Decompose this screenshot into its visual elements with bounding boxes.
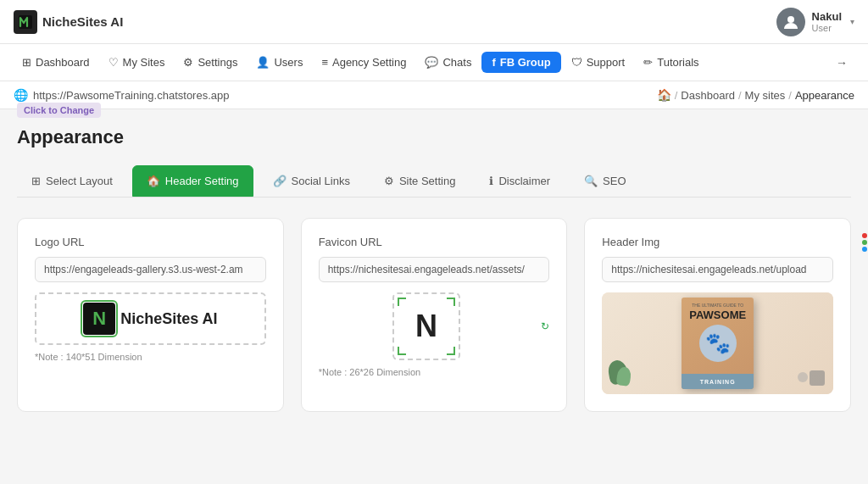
scroll-dot-green: [862, 240, 867, 245]
site-url[interactable]: 🌐 https://PawsomeTraining.chatstores.app: [14, 88, 229, 102]
logo-url-input[interactable]: [35, 257, 266, 282]
user-icon: 👤: [256, 56, 270, 69]
nav-label-fb-group: FB Group: [500, 56, 551, 69]
chevron-down-icon: ▾: [850, 17, 854, 26]
nav-item-chats[interactable]: 💬 Chats: [416, 51, 480, 74]
favicon-letter: N: [415, 309, 437, 344]
deco-plant2: [616, 366, 632, 387]
grid-icon: ⊞: [22, 56, 31, 69]
breadcrumb-dashboard[interactable]: Dashboard: [681, 89, 735, 102]
globe-icon: 🌐: [14, 88, 28, 102]
facebook-icon: f: [492, 56, 495, 69]
search-icon: 🔍: [584, 175, 598, 187]
avatar: [776, 8, 805, 36]
logo-icon: [14, 10, 37, 34]
sliders-icon: ≡: [321, 56, 328, 69]
paw-emoji: 🐾: [705, 331, 731, 355]
paw-circle: 🐾: [699, 325, 737, 362]
logo-note: *Note : 140*51 Dimension: [35, 352, 266, 362]
nav-item-agency-setting[interactable]: ≡ Agency Setting: [313, 51, 415, 74]
header-img-bg: THE ULTIMATE GUIDE TO PAWSOME 🐾 TRAINING: [602, 292, 833, 394]
logo-n-box: N: [83, 303, 115, 335]
breadcrumb-my-sites[interactable]: My sites: [745, 89, 786, 102]
layout-icon: ⊞: [31, 175, 41, 187]
tab-header-setting[interactable]: 🏠 Header Setting: [132, 165, 253, 197]
favicon-preview-row: N ↻: [319, 292, 550, 360]
app-name: NicheSites AI: [42, 14, 123, 29]
breadcrumb: 🏠 / Dashboard / My sites / Appearance: [657, 88, 854, 102]
favicon-card-title: Favicon URL: [319, 236, 550, 248]
logo-url-card: Logo URL N NicheSites AI *Note : 140*51 …: [17, 218, 284, 412]
nav-item-users[interactable]: 👤 Users: [248, 51, 311, 74]
nav-label-tutorials: Tutorials: [657, 56, 698, 69]
nav-item-support[interactable]: 🛡 Support: [563, 51, 634, 74]
logo-text: NicheSites AI: [120, 310, 217, 328]
nav-item-my-sites[interactable]: ♡ My Sites: [100, 51, 174, 74]
corner-tr: [447, 298, 455, 306]
tab-label-disclaimer: Disclaimer: [498, 175, 550, 187]
scroll-dot-red: [862, 233, 867, 238]
url-text: https://PawsomeTraining.chatstores.app: [33, 89, 229, 102]
tab-label-social-links: Social Links: [292, 175, 350, 187]
nav-item-tutorials[interactable]: ✏ Tutorials: [635, 51, 707, 74]
page-title: Appearance: [17, 126, 124, 147]
deco-obj2: [798, 372, 808, 382]
header-img-url-input[interactable]: [602, 257, 833, 282]
nav-label-chats: Chats: [442, 56, 471, 69]
logo-n-letter: N: [92, 308, 106, 330]
user-info: Nakul User: [812, 10, 842, 33]
header-img-preview-area: THE ULTIMATE GUIDE TO PAWSOME 🐾 TRAINING: [602, 292, 833, 394]
favicon-note: *Note : 26*26 Dimension: [319, 367, 550, 377]
corner-tl: [398, 298, 406, 306]
tab-disclaimer[interactable]: ℹ Disclaimer: [475, 165, 565, 197]
refresh-icon[interactable]: ↻: [541, 320, 549, 332]
nav-item-dashboard[interactable]: ⊞ Dashboard: [14, 51, 98, 74]
book-top-text: THE ULTIMATE GUIDE TO: [692, 303, 743, 309]
nav-arrow-button[interactable]: →: [829, 51, 854, 75]
nav-item-settings[interactable]: ⚙ Settings: [175, 51, 246, 74]
nav-label-dashboard: Dashboard: [36, 56, 90, 69]
home-icon[interactable]: 🏠: [657, 88, 671, 102]
tab-select-layout[interactable]: ⊞ Select Layout: [17, 165, 127, 197]
tab-label-header-setting: Header Setting: [165, 175, 239, 187]
book-title: PAWSOME: [689, 309, 746, 321]
logo-preview-area: N NicheSites AI: [35, 292, 266, 345]
tab-label-seo: SEO: [603, 175, 626, 187]
app-logo[interactable]: NicheSites AI: [14, 10, 123, 34]
nav-item-fb-group[interactable]: f FB Group: [481, 52, 560, 73]
gear-icon: ⚙: [183, 56, 193, 69]
chat-icon: 💬: [425, 56, 438, 69]
url-bar: 🌐 https://PawsomeTraining.chatstores.app…: [0, 81, 868, 109]
house-icon: 🏠: [147, 175, 160, 187]
book-band-text: TRAINING: [700, 379, 736, 385]
main-content: Click to Change Appearance ⊞ Select Layo…: [0, 109, 868, 478]
tab-label-select-layout: Select Layout: [46, 175, 113, 187]
tab-seo[interactable]: 🔍 SEO: [570, 165, 640, 197]
user-menu[interactable]: Nakul User ▾: [776, 8, 854, 36]
corner-bl: [398, 347, 406, 355]
nav-label-my-sites: My Sites: [123, 56, 165, 69]
shield-icon: 🛡: [571, 56, 582, 69]
nav-label-support: Support: [587, 56, 626, 69]
header-img-card-title: Header Img: [602, 236, 833, 248]
user-role: User: [812, 23, 842, 33]
deco-obj1: [810, 370, 825, 386]
tab-social-links[interactable]: 🔗 Social Links: [259, 165, 364, 197]
favicon-preview-area: N: [392, 292, 460, 360]
cards-container: Logo URL N NicheSites AI *Note : 140*51 …: [17, 218, 851, 412]
scroll-dot-blue: [862, 247, 867, 252]
user-name: Nakul: [812, 10, 842, 23]
book-cover: THE ULTIMATE GUIDE TO PAWSOME 🐾 TRAINING: [682, 298, 754, 389]
tab-site-setting[interactable]: ⚙ Site Setting: [370, 165, 470, 197]
svg-point-1: [787, 16, 794, 23]
page-title-container: Click to Change Appearance: [17, 126, 851, 148]
favicon-url-input[interactable]: [319, 257, 550, 282]
scroll-indicator: [861, 233, 868, 252]
breadcrumb-current: Appearance: [795, 89, 854, 102]
logo-card-title: Logo URL: [35, 236, 266, 248]
click-to-change-tooltip[interactable]: Click to Change: [17, 103, 101, 118]
edit-icon: ✏: [643, 56, 653, 69]
tab-label-site-setting: Site Setting: [399, 175, 456, 187]
link-icon: 🔗: [273, 175, 287, 187]
info-icon: ℹ: [489, 175, 493, 187]
